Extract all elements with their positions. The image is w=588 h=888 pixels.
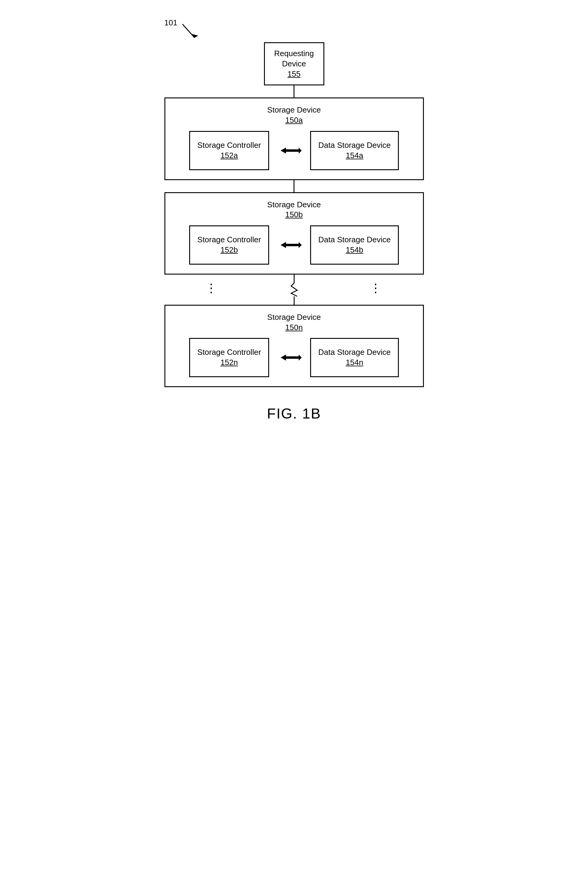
double-arrow-n: [269, 351, 310, 364]
storage-device-a-inner-row: Storage Controller 152a Data Storage Dev…: [174, 131, 414, 170]
svg-marker-1: [191, 34, 198, 38]
double-arrow-b-svg: [278, 239, 302, 251]
page: 101 Requesting Device 155 Storage Device…: [158, 18, 430, 422]
svg-text:⋮: ⋮: [370, 281, 382, 294]
storage-controller-a-box: Storage Controller 152a: [189, 131, 269, 170]
requesting-device-label: Requesting Device 155: [269, 49, 319, 79]
storage-device-a-title: Storage Device 150a: [174, 105, 414, 126]
svg-marker-8: [280, 354, 302, 361]
storage-device-b-inner-row: Storage Controller 152b Data Storage Dev…: [174, 225, 414, 265]
storage-controller-n-label: Storage Controller 152n: [197, 347, 261, 368]
data-storage-device-b-label: Data Storage Device 154b: [318, 235, 391, 255]
data-storage-device-b-box: Data Storage Device 154b: [310, 225, 399, 265]
data-storage-device-n-label: Data Storage Device 154n: [318, 347, 391, 368]
double-arrow-a-svg: [278, 144, 302, 157]
storage-controller-n-box: Storage Controller 152n: [189, 338, 269, 377]
storage-device-n-inner-row: Storage Controller 152n Data Storage Dev…: [174, 338, 414, 377]
connector-1: [294, 86, 294, 98]
data-storage-device-a-label: Data Storage Device 154a: [318, 140, 391, 161]
fig-caption: FIG. 1B: [267, 405, 321, 422]
storage-device-n-title: Storage Device 150n: [174, 312, 414, 333]
double-arrow-a: [269, 144, 310, 157]
data-storage-device-a-box: Data Storage Device 154a: [310, 131, 399, 170]
storage-controller-a-label: Storage Controller 152a: [197, 140, 261, 161]
data-storage-device-n-box: Data Storage Device 154n: [310, 338, 399, 377]
requesting-device-box: Requesting Device 155: [264, 42, 324, 86]
storage-controller-b-box: Storage Controller 152b: [189, 225, 269, 265]
ellipsis-section: ⋮ ⋮: [164, 274, 424, 305]
connector-2: [294, 180, 294, 192]
storage-device-b: Storage Device 150b Storage Controller 1…: [164, 192, 424, 274]
svg-text:⋮: ⋮: [205, 281, 217, 294]
storage-device-a: Storage Device 150a Storage Controller 1…: [164, 98, 424, 180]
double-arrow-n-svg: [278, 351, 302, 364]
storage-device-b-title: Storage Device 150b: [174, 200, 414, 220]
double-arrow-b: [269, 239, 310, 251]
storage-controller-b-label: Storage Controller 152b: [197, 235, 261, 255]
arrow-indicator: [164, 18, 225, 42]
svg-marker-3: [280, 242, 302, 248]
zigzag-connector-svg: ⋮ ⋮: [164, 274, 424, 305]
storage-device-n: Storage Device 150n Storage Controller 1…: [164, 305, 424, 387]
svg-marker-2: [280, 147, 302, 154]
